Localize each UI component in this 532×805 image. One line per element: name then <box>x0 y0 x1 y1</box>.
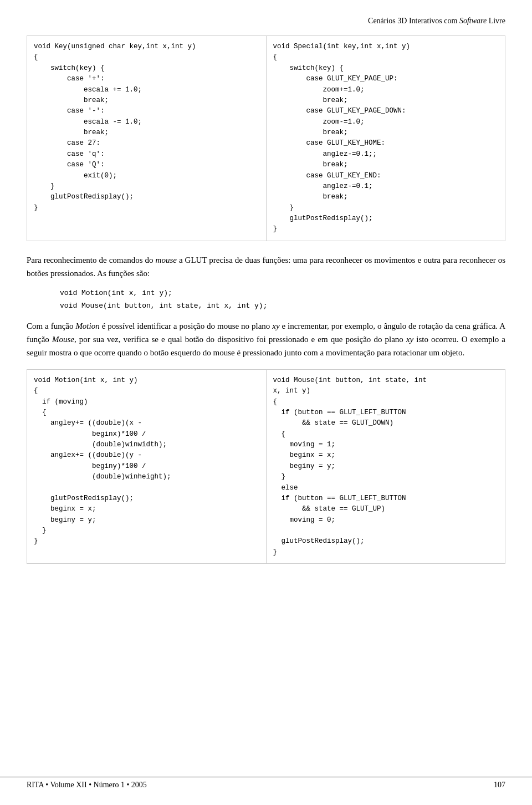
prose-2-start: Com a função <box>27 322 75 330</box>
prose-3-cont: , por sua vez, verifica se e qual botão … <box>74 335 406 344</box>
prose-1-italic: mouse <box>156 256 177 264</box>
prose-3-xy: xy <box>406 335 413 344</box>
code-block-1: void Key(unsigned char key,int x,int y) … <box>27 35 505 241</box>
code-block-2: void Motion(int x, int y) { if (moving) … <box>27 369 505 564</box>
page-footer: RITA • Volume XII • Número 1 • 2005 107 <box>0 777 532 789</box>
code-col-1-right: void Special(int key,int x,int y) { swit… <box>267 36 505 241</box>
header-title-end: Livre <box>487 17 505 25</box>
prose-paragraph-2: Com a função Motion é possível identific… <box>27 319 505 359</box>
prose-2-cont: é possível identificar a posição do mous… <box>100 322 273 330</box>
header-title-normal: Cenários 3D Interativos com <box>368 17 459 25</box>
footer-left: RITA • Volume XII • Número 1 • 2005 <box>27 781 147 789</box>
page-header: Cenários 3D Interativos com Software Liv… <box>27 17 505 26</box>
prose-2-xy: xy <box>272 322 279 330</box>
code-col-2-right: void Mouse(int button, int state, int x,… <box>267 370 505 563</box>
page: Cenários 3D Interativos com Software Liv… <box>0 0 532 805</box>
header-title-italic: Software <box>459 17 487 25</box>
footer-right: 107 <box>494 781 505 789</box>
prose-paragraph-1: Para reconhecimento de comandos do mouse… <box>27 253 505 280</box>
code-col-1-left: void Key(unsigned char key,int x,int y) … <box>27 36 267 241</box>
code-inline-2: void Mouse(int button, int state, int x,… <box>60 300 505 312</box>
code-col-2-left: void Motion(int x, int y) { if (moving) … <box>27 370 267 563</box>
prose-2-italic: Motion <box>75 322 99 330</box>
code-inline-1: void Motion(int x, int y); <box>60 288 505 299</box>
prose-3-italic: Mouse <box>52 335 74 344</box>
prose-1-start: Para reconhecimento de comandos do <box>27 256 156 264</box>
